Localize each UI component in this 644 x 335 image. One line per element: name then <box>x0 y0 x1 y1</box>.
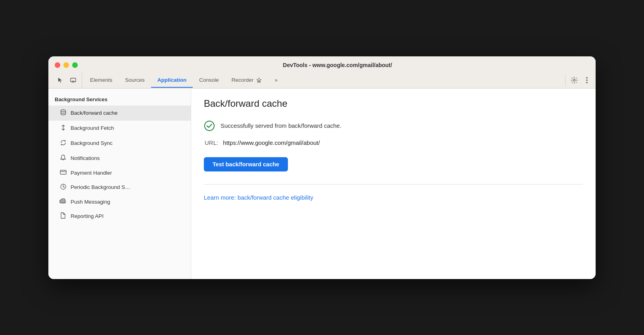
traffic-lights <box>55 62 78 68</box>
learn-more-link[interactable]: Learn more: back/forward cache eligibili… <box>204 194 313 201</box>
url-value: https://www.google.com/gmail/about/ <box>223 139 320 146</box>
settings-icon[interactable] <box>569 75 580 86</box>
svg-point-3 <box>573 79 575 81</box>
tab-recorder[interactable]: Recorder <box>225 73 268 88</box>
responsive-icon[interactable] <box>67 75 79 86</box>
svg-point-4 <box>586 77 588 79</box>
title-bar: DevTools - www.google.com/gmail/about/ <box>48 56 596 72</box>
sidebar-item-periodic-background-sync[interactable]: Periodic Background S… <box>48 180 191 195</box>
sidebar-item-label: Payment Handler <box>71 170 112 176</box>
cursor-icon[interactable] <box>55 75 66 86</box>
sidebar-item-background-sync[interactable]: Background Sync <box>48 136 191 151</box>
db-icon <box>59 109 67 117</box>
svg-rect-9 <box>60 170 66 174</box>
tab-application[interactable]: Application <box>151 73 193 88</box>
minimize-button[interactable] <box>63 62 69 68</box>
content-panel: Back/forward cache Successfully served f… <box>191 89 596 279</box>
svg-point-7 <box>61 110 65 112</box>
svg-point-14 <box>205 121 214 131</box>
tabs-container: Elements Sources Application Console Rec… <box>84 73 565 87</box>
sidebar-item-notifications[interactable]: Notifications <box>48 151 191 166</box>
document-icon <box>59 212 67 220</box>
sidebar-item-label: Background Fetch <box>71 125 114 131</box>
close-button[interactable] <box>55 62 60 68</box>
window-title: DevTools - www.google.com/gmail/about/ <box>86 62 589 68</box>
bell-icon <box>59 154 67 162</box>
sidebar-item-label: Back/forward cache <box>71 110 118 116</box>
tab-console[interactable]: Console <box>193 73 225 88</box>
toolbar-right <box>565 75 592 86</box>
sidebar-item-back-forward-cache[interactable]: Back/forward cache <box>48 106 191 121</box>
devtools-window: DevTools - www.google.com/gmail/about/ E… <box>48 56 596 279</box>
sidebar-item-label: Periodic Background S… <box>71 184 130 190</box>
more-options-icon[interactable] <box>581 75 592 86</box>
status-row: Successfully served from back/forward ca… <box>204 120 583 131</box>
toolbar-icon-group <box>52 72 82 88</box>
sidebar-item-payment-handler[interactable]: Payment Handler <box>48 166 191 180</box>
tab-sources[interactable]: Sources <box>119 73 151 88</box>
card-icon <box>59 169 67 176</box>
maximize-button[interactable] <box>72 62 78 68</box>
svg-line-13 <box>63 187 64 187</box>
svg-rect-0 <box>71 78 76 82</box>
sidebar-item-label: Background Sync <box>71 140 113 146</box>
svg-rect-2 <box>258 80 260 82</box>
arrows-icon <box>59 124 67 132</box>
url-label: URL: <box>205 139 218 146</box>
tab-more[interactable]: » <box>268 73 284 88</box>
svg-point-5 <box>586 79 588 81</box>
sidebar-item-label: Push Messaging <box>71 199 110 205</box>
test-button[interactable]: Test back/forward cache <box>204 157 288 171</box>
tab-elements[interactable]: Elements <box>84 73 119 88</box>
svg-point-6 <box>586 82 588 83</box>
sidebar-item-label: Notifications <box>71 155 100 161</box>
sidebar-section-title: Background Services <box>48 95 191 106</box>
status-text: Successfully served from back/forward ca… <box>220 122 341 129</box>
sidebar-item-background-fetch[interactable]: Background Fetch <box>48 121 191 136</box>
url-row: URL: https://www.google.com/gmail/about/ <box>204 139 583 146</box>
sync-icon <box>59 139 67 147</box>
sidebar-item-reporting-api[interactable]: Reporting API <box>48 209 191 224</box>
toolbar: Elements Sources Application Console Rec… <box>48 72 596 89</box>
content-title: Back/forward cache <box>204 98 583 109</box>
main-content: Background Services Back/forward cache <box>48 89 596 279</box>
sidebar: Background Services Back/forward cache <box>48 89 191 279</box>
clock-icon <box>59 183 67 191</box>
divider <box>204 184 583 185</box>
success-icon <box>204 120 215 131</box>
sidebar-item-label: Reporting API <box>71 213 104 219</box>
sidebar-item-push-messaging[interactable]: Push Messaging <box>48 195 191 209</box>
cloud-icon <box>59 198 67 205</box>
